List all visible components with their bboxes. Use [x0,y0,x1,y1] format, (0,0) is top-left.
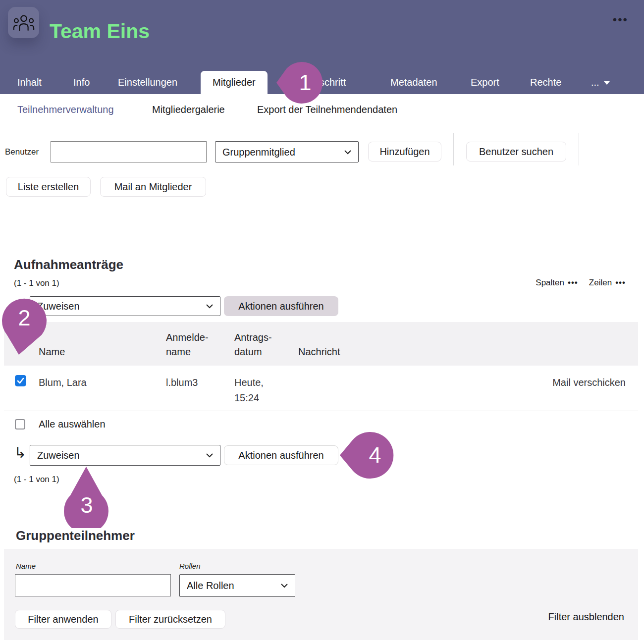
requests-count: (1 - 1 von 1) [14,278,59,288]
tab-info[interactable]: Info [73,71,90,94]
requests-table-header: Name Anmelde-name Antrags-datum Nachrich… [4,322,638,366]
action-select-top-wrap: Zuweisen [30,296,220,316]
mail-an-mitglieder-button[interactable]: Mail an Mitglieder [100,177,206,197]
table-menus: Spalten•••Zeilen••• [536,278,626,288]
callout-marker-3: 3 [63,466,110,528]
cell-name: Blum, Lara [39,366,166,411]
subnav-teilnehmerverwaltung[interactable]: Teilnehmerverwaltung [17,104,114,115]
subnav-mitgliedergalerie[interactable]: Mitgliedergalerie [152,104,225,115]
row-checkbox[interactable] [15,375,26,386]
group-page: Team Eins ••• Inhalt Info Einstellungen … [0,0,644,644]
participants-section-title: Gruppenteilnehmer [16,528,135,543]
tab-inhalt[interactable]: Inhalt [17,71,42,94]
header-nachricht: Nachricht [298,345,407,366]
hinzufuegen-button[interactable]: Hinzufügen [368,142,441,161]
header-checkbox-col [4,359,39,366]
request-table-row: Blum, Lara l.blum3 Heute,15:24 Mail vers… [4,366,638,411]
sub-arrow-icon: ↳ [14,444,26,461]
rows-menu[interactable]: Zeilen••• [589,278,626,287]
tab-einstellungen[interactable]: Einstellungen [118,71,177,94]
tab-more[interactable]: ... [591,71,610,94]
ellipsis-icon: ••• [568,278,578,287]
filter-ausblenden-link[interactable]: Filter ausblenden [548,611,624,623]
filter-name-input[interactable] [15,574,171,596]
cell-login: l.blum3 [166,366,234,411]
callout-marker-2: 2 [1,295,48,356]
subnav-export-teilnehmendendaten[interactable]: Export der Teilnehmendendaten [257,104,397,115]
benutzer-input[interactable] [51,141,207,162]
callout-marker-4: 4 [339,431,399,480]
filter-rollen-label: Rollen [179,562,201,570]
tab-mitglieder-active[interactable]: Mitglieder [201,71,268,94]
kebab-menu-icon[interactable]: ••• [613,13,628,27]
tab-export[interactable]: Export [471,71,499,94]
cell-date: Heute,15:24 [234,366,298,411]
group-people-icon [12,13,35,32]
tab-fortschritt-partial[interactable]: schritt [320,71,346,94]
tab-metadaten[interactable]: Metadaten [390,71,437,94]
mail-verschicken-action[interactable]: Mail verschicken [407,366,638,411]
cell-message [298,366,407,411]
header-name: Name [39,345,166,366]
tab-rechte[interactable]: Rechte [530,71,561,94]
check-icon [17,377,24,384]
select-all-row: Alle auswählen [15,419,106,430]
group-avatar [8,7,39,38]
divider [453,133,454,165]
execute-actions-button-top[interactable]: Aktionen ausführen [224,296,338,316]
select-all-label: Alle auswählen [39,419,106,430]
chevron-down-icon [604,81,610,85]
requests-section-title: Aufnahmeanträge [14,257,123,272]
action-select-top[interactable]: Zuweisen [30,296,220,316]
divider [579,133,579,165]
role-select-wrap: Gruppenmitglied [215,141,359,162]
rollen-select[interactable]: Alle Rollen [179,574,295,597]
execute-actions-button-bottom[interactable]: Aktionen ausführen [224,445,338,465]
requests-count-bottom: (1 - 1 von 1) [14,475,59,484]
liste-erstellen-button[interactable]: Liste erstellen [6,177,91,197]
action-select-bottom[interactable]: Zuweisen [30,445,220,466]
columns-menu[interactable]: Spalten••• [536,278,578,287]
header-anmeldename: Anmelde-name [166,330,234,366]
role-select[interactable]: Gruppenmitglied [215,141,359,162]
callout-marker-1: 1 [275,60,323,105]
select-all-checkbox[interactable] [15,419,25,429]
filter-zuruecksetzen-button[interactable]: Filter zurücksetzen [115,610,225,629]
filter-anwenden-button[interactable]: Filter anwenden [15,610,111,629]
filter-name-label: Name [16,562,36,570]
rollen-select-wrap: Alle Rollen [179,574,295,597]
benutzer-label: Benutzer [5,147,39,157]
ellipsis-icon: ••• [615,278,626,287]
header-antragsdatum: Antrags-datum [234,330,298,366]
benutzer-suchen-button[interactable]: Benutzer suchen [466,142,566,161]
action-select-bottom-wrap: Zuweisen [30,445,220,466]
page-title: Team Eins [50,20,150,43]
